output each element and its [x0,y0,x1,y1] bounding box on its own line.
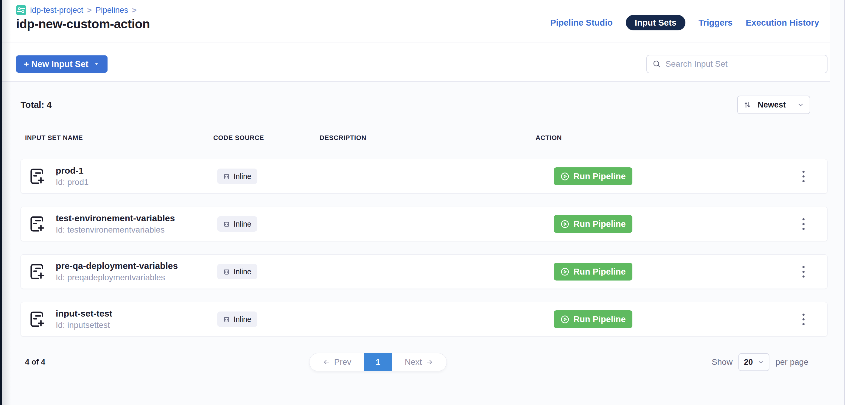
run-pipeline-label: Run Pipeline [574,219,626,229]
page-size-select[interactable]: 20 [738,353,769,371]
name-cell: pre-qa-deployment-variables Id: preqadep… [29,261,214,282]
collapsed-side-nav-rail[interactable] [0,0,2,405]
code-source-badge: Inline [217,168,257,184]
run-pipeline-label: Run Pipeline [574,267,626,277]
column-header-input-set-name: INPUT SET NAME [25,133,213,142]
next-page-button[interactable]: Next [392,353,446,371]
pipeline-tabs: Pipeline Studio Input Sets Triggers Exec… [550,15,819,30]
tab-pipeline-studio[interactable]: Pipeline Studio [550,15,613,30]
next-label: Next [405,357,422,367]
app-pane: idp-test-project > Pipelines > idp-new-c… [2,0,845,405]
page-size-value: 20 [744,357,753,367]
pagination: Prev 1 Next [309,353,446,371]
sort-arrows-icon [743,101,751,109]
input-set-name[interactable]: input-set-test [56,309,112,319]
inline-store-icon [223,173,230,180]
input-set-id: Id: prod1 [56,178,89,187]
name-cell: prod-1 Id: prod1 [29,165,214,187]
scrollbar-gutter [830,0,844,405]
code-source-label: Inline [234,268,251,276]
run-pipeline-button[interactable]: Run Pipeline [554,263,632,281]
input-set-name[interactable]: pre-qa-deployment-variables [56,261,178,271]
play-circle-icon [560,172,569,181]
search-box[interactable] [646,55,828,73]
pipeline-logo-icon [16,5,26,15]
input-set-row[interactable]: input-set-test Id: inputsettest Inline [21,302,828,337]
tab-execution-history[interactable]: Execution History [746,15,819,30]
column-header-action: ACTION [535,133,828,142]
search-icon [652,60,661,68]
search-input[interactable] [665,59,822,69]
column-header-description: DESCRIPTION [320,133,535,142]
input-set-name[interactable]: prod-1 [56,165,89,176]
list-summary-row: Total: 4 Newest [2,95,844,114]
input-set-rows: prod-1 Id: prod1 Inline [21,159,828,337]
show-label: Show [712,357,733,367]
input-set-row[interactable]: test-environement-variables Id: testenvi… [21,207,828,241]
run-pipeline-button[interactable]: Run Pipeline [554,215,632,233]
total-count: Total: 4 [21,100,52,110]
arrow-right-icon [426,358,433,366]
name-cell: input-set-test Id: inputsettest [29,309,214,330]
table-header-row: INPUT SET NAME CODE SOURCE DESCRIPTION A… [25,133,828,142]
inline-store-icon [223,268,230,275]
code-source-cell: Inline [214,264,320,279]
page-range-label: 4 of 4 [25,357,45,367]
row-menu-button[interactable] [797,261,810,282]
action-cell: Run Pipeline [536,215,827,233]
input-set-icon [29,168,45,185]
new-input-set-button[interactable]: + New Input Set [16,55,107,73]
play-circle-icon [560,267,569,276]
code-source-cell: Inline [214,168,320,184]
action-cell: Run Pipeline [536,310,827,328]
code-source-label: Inline [234,172,251,181]
list-footer: 4 of 4 Prev 1 Next [2,350,844,389]
input-sets-content: Total: 4 Newest INPUT SET NAME CODE [2,82,844,389]
breadcrumb: idp-test-project > Pipelines > [16,5,844,15]
caret-down-icon [93,61,100,67]
page-header: idp-test-project > Pipelines > idp-new-c… [2,0,844,43]
prev-page-button[interactable]: Prev [309,353,364,371]
page-1-button[interactable]: 1 [364,353,392,371]
play-circle-icon [560,315,569,324]
prev-label: Prev [334,357,351,367]
breadcrumb-separator: > [132,6,136,15]
row-menu-button[interactable] [797,214,810,235]
input-set-row[interactable]: pre-qa-deployment-variables Id: preqadep… [21,254,828,289]
row-menu-button[interactable] [797,309,810,330]
code-source-cell: Inline [214,311,320,327]
inline-store-icon [223,316,230,323]
code-source-badge: Inline [217,216,257,232]
column-header-code-source: CODE SOURCE [213,133,320,142]
input-set-name[interactable]: test-environement-variables [56,213,175,223]
inline-store-icon [223,221,230,227]
breadcrumb-separator: > [87,6,92,15]
breadcrumb-pipelines-link[interactable]: Pipelines [96,6,128,15]
code-source-label: Inline [234,315,251,324]
action-cell: Run Pipeline [536,167,827,185]
code-source-cell: Inline [214,216,320,232]
code-source-badge: Inline [217,264,257,279]
input-set-id: Id: inputsettest [56,320,112,330]
input-set-id: Id: preqadeploymentvariables [56,273,178,282]
input-set-row[interactable]: prod-1 Id: prod1 Inline [21,159,828,193]
chevron-down-icon [797,101,804,108]
run-pipeline-button[interactable]: Run Pipeline [554,310,632,328]
run-pipeline-button[interactable]: Run Pipeline [554,167,632,185]
arrow-left-icon [322,358,330,366]
row-menu-button[interactable] [797,166,810,187]
action-cell: Run Pipeline [536,263,827,281]
input-set-icon [29,311,45,328]
breadcrumb-project-link[interactable]: idp-test-project [30,6,84,15]
tab-triggers[interactable]: Triggers [699,15,733,30]
page-size-control: Show 20 per page [712,353,808,371]
play-circle-icon [560,219,569,229]
code-source-badge: Inline [217,311,257,327]
chevron-down-icon [757,359,764,365]
run-pipeline-label: Run Pipeline [574,172,626,181]
sort-dropdown[interactable]: Newest [737,96,810,114]
tab-input-sets[interactable]: Input Sets [626,15,685,30]
list-actions-toolbar: + New Input Set [2,43,844,82]
input-set-icon [29,263,45,280]
sort-value: Newest [757,100,786,110]
